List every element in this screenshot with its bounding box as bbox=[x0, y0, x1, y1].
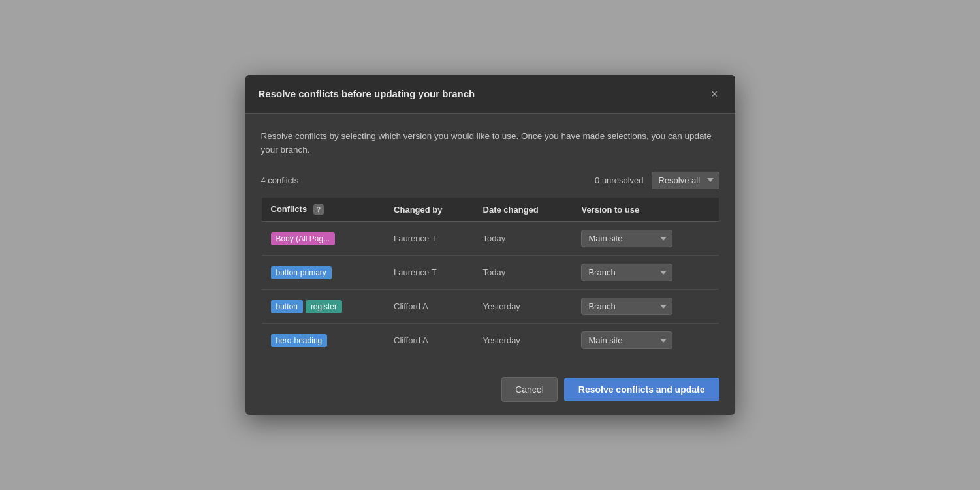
modal-body: Resolve conflicts by selecting which ver… bbox=[245, 114, 735, 358]
conflict-tag: hero-heading bbox=[271, 334, 328, 347]
modal-overlay: Resolve conflicts before updating your b… bbox=[0, 0, 980, 490]
table-row: button-primaryLaurence TTodayMain siteBr… bbox=[261, 256, 719, 290]
table-row: buttonregisterClifford AYesterdayMain si… bbox=[261, 290, 719, 324]
conflict-tag: Body (All Pag... bbox=[271, 232, 336, 245]
col-conflicts: Conflicts ? bbox=[261, 197, 385, 222]
conflict-tags-cell: buttonregister bbox=[261, 290, 385, 324]
modal-header: Resolve conflicts before updating your b… bbox=[245, 75, 735, 114]
conflict-tags-cell: hero-heading bbox=[261, 324, 385, 358]
cancel-button[interactable]: Cancel bbox=[501, 377, 558, 402]
version-cell: Main siteBranch bbox=[572, 324, 719, 358]
changed-by-cell: Clifford A bbox=[385, 290, 473, 324]
version-select[interactable]: Main siteBranch bbox=[581, 264, 672, 281]
version-cell: Main siteBranch bbox=[572, 222, 719, 256]
col-changed-by: Changed by bbox=[385, 197, 473, 222]
date-changed-cell: Today bbox=[474, 222, 573, 256]
conflicts-bar: 4 conflicts 0 unresolved Resolve allMain… bbox=[261, 172, 719, 189]
col-date-changed: Date changed bbox=[474, 197, 573, 222]
resolve-all-select[interactable]: Resolve allMain siteBranch bbox=[652, 172, 719, 189]
conflict-tags-cell: button-primary bbox=[261, 256, 385, 290]
conflicts-table: Conflicts ? Changed by Date changed Vers… bbox=[261, 197, 719, 358]
modal-description: Resolve conflicts by selecting which ver… bbox=[261, 129, 719, 157]
date-changed-cell: Today bbox=[474, 256, 573, 290]
table-row: Body (All Pag...Laurence TTodayMain site… bbox=[261, 222, 719, 256]
table-header: Conflicts ? Changed by Date changed Vers… bbox=[261, 197, 719, 222]
conflict-tag: button-primary bbox=[271, 266, 332, 279]
changed-by-cell: Clifford A bbox=[385, 324, 473, 358]
conflict-tags-cell: Body (All Pag... bbox=[261, 222, 385, 256]
version-select[interactable]: Main siteBranch bbox=[581, 230, 672, 247]
changed-by-cell: Laurence T bbox=[385, 222, 473, 256]
conflict-tag: button bbox=[271, 300, 303, 313]
version-cell: Main siteBranch bbox=[572, 290, 719, 324]
conflict-tag: register bbox=[306, 300, 342, 313]
modal-footer: Cancel Resolve conflicts and update bbox=[245, 364, 735, 415]
help-icon[interactable]: ? bbox=[313, 204, 324, 215]
date-changed-cell: Yesterday bbox=[474, 324, 573, 358]
resolve-button[interactable]: Resolve conflicts and update bbox=[564, 378, 719, 401]
version-select[interactable]: Main siteBranch bbox=[581, 298, 672, 315]
modal-title: Resolve conflicts before updating your b… bbox=[259, 88, 475, 99]
right-bar: 0 unresolved Resolve allMain siteBranch bbox=[595, 172, 719, 189]
close-button[interactable]: × bbox=[707, 87, 722, 101]
conflicts-count: 4 conflicts bbox=[261, 176, 299, 185]
date-changed-cell: Yesterday bbox=[474, 290, 573, 324]
version-cell: Main siteBranch bbox=[572, 256, 719, 290]
changed-by-cell: Laurence T bbox=[385, 256, 473, 290]
conflict-dialog: Resolve conflicts before updating your b… bbox=[245, 75, 735, 416]
col-version-to-use: Version to use bbox=[572, 197, 719, 222]
unresolved-count: 0 unresolved bbox=[595, 176, 643, 185]
version-select[interactable]: Main siteBranch bbox=[581, 331, 672, 349]
table-row: hero-headingClifford AYesterdayMain site… bbox=[261, 324, 719, 358]
table-body: Body (All Pag...Laurence TTodayMain site… bbox=[261, 222, 719, 358]
